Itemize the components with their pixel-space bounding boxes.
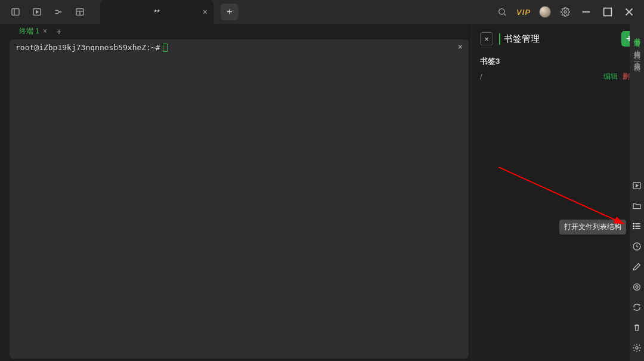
- tab-label: **: [154, 8, 160, 17]
- svg-line-7: [504, 14, 506, 16]
- bookmark-header: × 书签管理 +: [480, 31, 637, 47]
- titlebar-right: VIP: [496, 5, 639, 18]
- terminal-tab[interactable]: 终端 1 ×: [16, 26, 51, 38]
- edit-button[interactable]: 编辑: [603, 72, 618, 82]
- close-icon[interactable]: ×: [203, 7, 208, 17]
- panel-icon[interactable]: [10, 6, 21, 18]
- svg-point-22: [636, 286, 638, 288]
- close-button[interactable]: [623, 5, 636, 18]
- layout-icon[interactable]: [74, 6, 86, 18]
- target-icon[interactable]: [632, 282, 642, 292]
- svg-rect-0: [12, 9, 19, 16]
- close-icon[interactable]: ×: [43, 27, 47, 35]
- minimize-button[interactable]: [580, 5, 593, 18]
- refresh-icon[interactable]: [632, 303, 642, 312]
- rail-tab-bookmarks[interactable]: 书签管理: [633, 29, 642, 41]
- search-icon[interactable]: [496, 6, 508, 18]
- list-icon[interactable]: [632, 221, 642, 231]
- panel-title: 书签管理: [499, 33, 540, 45]
- rail-tab-uploads[interactable]: 上传列表: [633, 41, 642, 53]
- bookmark-name: 书签3: [480, 56, 637, 67]
- title-bar: ** × + VIP: [0, 0, 644, 24]
- trash-icon[interactable]: [632, 323, 642, 332]
- add-terminal-button[interactable]: +: [57, 27, 61, 36]
- add-tab-button[interactable]: +: [221, 4, 239, 20]
- prompt-text: root@iZbp19kj73nqnnesb59xheZ:~#: [16, 43, 160, 52]
- settings-icon[interactable]: [559, 6, 571, 18]
- terminal-body[interactable]: × root@iZbp19kj73nqnnesb59xheZ:~#: [10, 39, 469, 359]
- svg-point-6: [499, 9, 504, 14]
- app-tab[interactable]: ** ×: [100, 0, 213, 24]
- svg-point-17: [633, 223, 634, 224]
- svg-point-18: [633, 226, 634, 226]
- tooltip: 打开文件列表结构: [559, 220, 626, 235]
- gear-icon[interactable]: [632, 343, 642, 353]
- rail-tab-downloads[interactable]: 下载列表: [633, 53, 642, 64]
- plus-icon: +: [227, 7, 232, 17]
- play-square-icon[interactable]: [632, 181, 642, 190]
- folder-icon[interactable]: [632, 201, 642, 211]
- clock-icon[interactable]: [632, 242, 642, 251]
- svg-rect-10: [604, 8, 612, 16]
- main-area: 终端 1 × + × root@iZbp19kj73nqnnesb59xheZ:…: [10, 24, 471, 361]
- bookmark-path: /: [480, 72, 482, 81]
- bookmark-panel: × 书签管理 + 书签3 / 编辑 删除: [471, 24, 644, 361]
- side-rail: 书签管理 上传列表 下载列表: [630, 24, 644, 361]
- bookmark-row: / 编辑 删除: [480, 72, 637, 82]
- left-gutter: [0, 24, 10, 361]
- panel-close-button[interactable]: ×: [480, 32, 493, 45]
- maximize-button[interactable]: [601, 5, 614, 18]
- svg-point-19: [633, 228, 634, 229]
- play-icon[interactable]: [31, 6, 43, 18]
- svg-point-21: [634, 284, 640, 291]
- sidebar-toggle-group: [5, 6, 91, 18]
- app-tabs: ** × +: [100, 0, 239, 24]
- vip-badge[interactable]: VIP: [516, 8, 531, 17]
- cursor-icon: [163, 44, 168, 52]
- body-row: 终端 1 × + × root@iZbp19kj73nqnnesb59xheZ:…: [0, 24, 644, 361]
- svg-point-8: [564, 11, 566, 13]
- prompt-line: root@iZbp19kj73nqnnesb59xheZ:~#: [16, 43, 463, 52]
- rail-icons: [632, 181, 642, 361]
- terminal-tab-label: 终端 1: [19, 26, 39, 36]
- merge-icon[interactable]: [52, 6, 64, 18]
- terminal-close-icon[interactable]: ×: [458, 42, 463, 51]
- edit-icon[interactable]: [632, 262, 642, 271]
- avatar[interactable]: [539, 6, 551, 18]
- terminal-tabs: 终端 1 × +: [10, 24, 471, 39]
- bookmark-item[interactable]: 书签3 / 编辑 删除: [480, 56, 637, 82]
- svg-point-23: [636, 347, 638, 349]
